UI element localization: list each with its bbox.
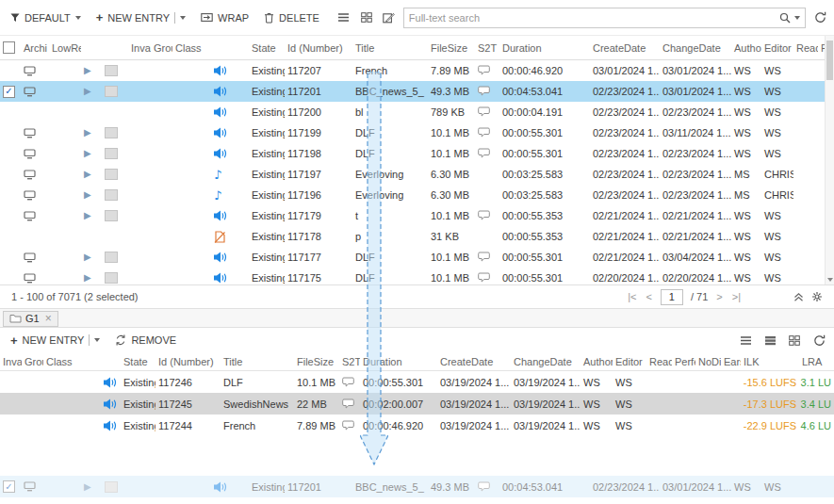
asset-table-row[interactable]: Existing117200bl789 KB00:00:04.19102/23/… <box>0 102 825 122</box>
column-header-perfe[interactable]: Perfe <box>672 352 695 370</box>
asset-table-row[interactable]: ▶Existing117175DLF10.1 MB00:00:55.30102/… <box>0 268 825 285</box>
column-header-author[interactable]: Author <box>581 352 613 370</box>
column-header-sel[interactable] <box>0 36 21 59</box>
column-header-lowres[interactable]: LowRes <box>49 36 81 59</box>
asset-table-row[interactable]: ▶Existing117179t10.1 MB00:00:55.35302/21… <box>0 205 825 226</box>
remove-button[interactable]: REMOVE <box>110 332 181 349</box>
column-header-media[interactable] <box>211 36 249 59</box>
column-header-ilk[interactable]: ILK <box>741 352 799 370</box>
chevron-down-icon[interactable] <box>180 16 186 20</box>
asset-table-row[interactable]: Existing117178p31 KB00:00:55.35302/21/20… <box>0 226 825 247</box>
column-header-id[interactable]: Id (Number) <box>155 352 221 370</box>
vertical-scrollbar[interactable] <box>825 36 834 285</box>
group-table-row[interactable]: Existing117246DLF10.1 MB00:00:55.30103/1… <box>0 371 834 393</box>
play-icon[interactable]: ▶ <box>84 66 91 75</box>
column-header-inval[interactable]: Inval <box>128 36 151 59</box>
search-options-chevron-icon[interactable] <box>794 16 800 20</box>
scrollbar-thumb[interactable] <box>826 41 833 80</box>
column-header-grou[interactable]: Grou <box>151 36 172 59</box>
scrollbar-down-arrow[interactable] <box>827 278 833 282</box>
select-all-checkbox[interactable] <box>3 41 15 54</box>
collapse-panel-icon[interactable] <box>789 287 808 306</box>
column-header-state[interactable]: State <box>121 352 155 370</box>
column-header-nodi[interactable]: NoDi <box>695 352 721 370</box>
column-header-read[interactable]: Read <box>793 36 818 59</box>
play-icon[interactable]: ▶ <box>84 482 91 492</box>
column-header-dur[interactable]: Duration <box>499 36 590 59</box>
play-icon[interactable]: ▶ <box>84 87 91 96</box>
asset-table-row[interactable]: ▶Existing117177DLF10.1 MB00:00:55.30102/… <box>0 247 825 268</box>
asset-table-row[interactable]: ▶♪Existing117197Everloving6.30 MB00:03:2… <box>0 164 825 185</box>
list-view-icon[interactable] <box>335 8 352 27</box>
chevron-down-icon[interactable] <box>94 338 100 342</box>
refresh-icon[interactable] <box>811 8 828 27</box>
search-icon[interactable] <box>779 12 791 24</box>
column-header-change[interactable]: ChangeDate <box>511 352 581 370</box>
grid-view-icon[interactable] <box>785 331 804 350</box>
asset-table-row[interactable]: ▶Existing117198DLF10.1 MB00:00:55.30102/… <box>0 143 825 164</box>
column-header-thumb[interactable] <box>102 36 128 59</box>
wrap-button[interactable]: WRAP <box>196 9 253 26</box>
column-header-s2t[interactable]: S2T <box>475 36 499 59</box>
asset-table-row[interactable]: ▶Existing117207French7.89 MB00:00:46.920… <box>0 60 825 81</box>
size-cell: 6.30 MB <box>428 164 475 185</box>
compact-view-icon[interactable] <box>760 331 779 350</box>
column-header-grou[interactable]: Grou <box>22 352 43 370</box>
last-page-button[interactable]: >| <box>728 291 745 302</box>
column-header-title[interactable]: Title <box>352 36 428 59</box>
page-number-input[interactable]: 1 <box>661 289 683 305</box>
column-header-play[interactable] <box>81 36 102 59</box>
column-header-inval[interactable]: Inval <box>0 352 22 370</box>
new-entry-button[interactable]: + NEW ENTRY <box>6 332 105 350</box>
play-icon[interactable]: ▶ <box>84 190 91 200</box>
column-header-author[interactable]: Author <box>731 36 761 59</box>
refresh-icon[interactable] <box>809 331 828 350</box>
edit-filter-icon[interactable] <box>381 8 398 27</box>
column-header-dur[interactable]: Duration <box>360 352 437 370</box>
column-header-archi[interactable]: Archi <box>21 36 49 59</box>
asset-table-row[interactable]: ▶Existing117199DLF10.1 MB00:00:55.30102/… <box>0 122 825 143</box>
column-header-create[interactable]: CreateDate <box>437 352 511 370</box>
search-input[interactable] <box>409 12 776 24</box>
play-icon[interactable]: ▶ <box>84 149 91 158</box>
settings-gear-icon[interactable] <box>808 287 826 306</box>
column-header-state[interactable]: State <box>249 36 285 59</box>
loudness-value: -22.9 LUFS <box>744 420 796 431</box>
first-page-button[interactable]: |< <box>623 291 641 302</box>
play-icon[interactable]: ▶ <box>84 128 91 138</box>
group-table-row[interactable]: Existing117244French7.89 MB00:00:46.9200… <box>0 415 834 436</box>
play-icon[interactable]: ▶ <box>84 252 91 262</box>
next-page-button[interactable]: > <box>711 291 727 302</box>
asset-table-row[interactable]: ✓▶Existing117201BBC_news_5_49.3 MB00:04:… <box>0 477 834 497</box>
row-checkbox[interactable]: ✓ <box>3 480 15 493</box>
grid-view-icon[interactable] <box>358 8 375 27</box>
play-icon[interactable]: ▶ <box>84 273 91 283</box>
play-icon[interactable]: ▶ <box>84 211 91 220</box>
column-header-lra[interactable]: LRA <box>799 352 834 370</box>
column-header-editor[interactable]: Editor <box>613 352 646 370</box>
column-header-editor[interactable]: Editor <box>761 36 793 59</box>
filter-preset-button[interactable]: DEFAULT <box>6 9 86 26</box>
column-header-s2t[interactable]: S2T <box>339 352 360 370</box>
column-header-id[interactable]: Id (Number) <box>285 36 352 59</box>
list-view-icon[interactable] <box>736 331 755 350</box>
column-header-change[interactable]: ChangeDate <box>660 36 731 59</box>
column-header-class[interactable]: Class <box>172 36 211 59</box>
delete-button[interactable]: DELETE <box>259 9 324 26</box>
column-header-size[interactable]: FileSize <box>294 352 339 370</box>
group-table-row[interactable]: Existing117245SwedishNews22 MB00:02:00.0… <box>0 393 834 415</box>
tab-g1[interactable]: G1 × <box>3 311 58 327</box>
column-header-ears[interactable]: Ears <box>721 352 741 370</box>
column-header-read[interactable]: Read <box>646 352 672 370</box>
prev-page-button[interactable]: < <box>641 291 656 302</box>
column-header-size[interactable]: FileSize <box>428 36 475 59</box>
asset-table-row[interactable]: ▶♪Existing117196Everloving6.30 MB00:03:2… <box>0 185 825 205</box>
play-icon[interactable]: ▶ <box>84 170 91 179</box>
column-header-class[interactable]: Class <box>43 352 121 370</box>
column-header-create[interactable]: CreateDate <box>590 36 660 59</box>
new-entry-button[interactable]: + NEW ENTRY <box>91 8 190 26</box>
close-tab-icon[interactable]: × <box>45 313 52 324</box>
asset-table-row[interactable]: ✓▶Existing117201BBC_news_5_49.3 MB00:04:… <box>0 81 825 102</box>
column-header-title[interactable]: Title <box>221 352 294 370</box>
row-checkbox[interactable]: ✓ <box>3 86 15 98</box>
